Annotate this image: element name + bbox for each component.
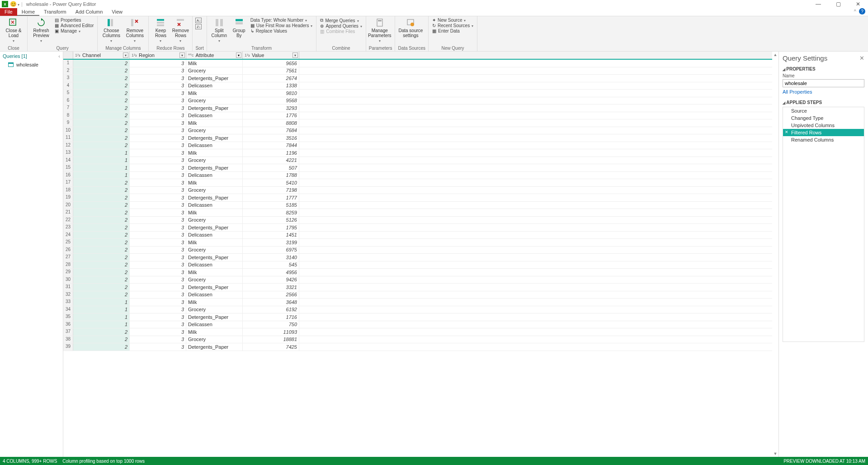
- cell-region[interactable]: 3: [130, 82, 186, 90]
- cell-value[interactable]: 7425: [243, 343, 299, 351]
- cell-value[interactable]: 1196: [243, 149, 299, 157]
- cell-region[interactable]: 3: [130, 127, 186, 134]
- cell-region[interactable]: 3: [130, 134, 186, 142]
- cell-value[interactable]: 6192: [243, 306, 299, 313]
- split-column-button[interactable]: Split Column: [210, 18, 229, 43]
- first-row-headers-button[interactable]: ▦Use First Row as Headers: [250, 23, 314, 28]
- cell-value[interactable]: 545: [243, 261, 299, 269]
- table-row[interactable]: 1023Grocery7684: [63, 127, 772, 135]
- merge-queries-button[interactable]: ⧉Merge Queries: [319, 18, 363, 23]
- cell-channel[interactable]: 2: [73, 276, 130, 284]
- cell-channel[interactable]: 2: [73, 343, 130, 351]
- cell-channel[interactable]: 2: [73, 232, 130, 239]
- cell-value[interactable]: 4221: [243, 157, 299, 164]
- cell-value[interactable]: 750: [243, 321, 299, 328]
- table-row[interactable]: 3613Delicassen750: [63, 321, 772, 329]
- cell-attribute[interactable]: Grocery: [186, 247, 243, 254]
- group-by-button[interactable]: Group By: [231, 18, 248, 38]
- cell-region[interactable]: 3: [130, 343, 186, 351]
- cell-channel[interactable]: 2: [73, 194, 130, 201]
- cell-attribute[interactable]: Milk: [186, 328, 243, 336]
- table-row[interactable]: 1723Milk5410: [63, 179, 772, 187]
- cell-attribute[interactable]: Grocery: [186, 127, 243, 134]
- cell-value[interactable]: 9568: [243, 97, 299, 104]
- remove-rows-button[interactable]: Remove Rows: [171, 18, 189, 43]
- cell-attribute[interactable]: Delicassen: [186, 232, 243, 239]
- cell-attribute[interactable]: Detergents_Paper: [186, 224, 243, 231]
- cell-region[interactable]: 3: [130, 209, 186, 216]
- maximize-button[interactable]: ▢: [830, 0, 846, 8]
- cell-value[interactable]: 1338: [243, 82, 299, 90]
- cell-attribute[interactable]: Milk: [186, 119, 243, 127]
- cell-region[interactable]: 3: [130, 291, 186, 299]
- collapse-queries-icon[interactable]: ‹: [58, 53, 60, 59]
- cell-value[interactable]: 2674: [243, 75, 299, 82]
- cell-value[interactable]: 9426: [243, 276, 299, 284]
- cell-attribute[interactable]: Milk: [186, 239, 243, 246]
- table-row[interactable]: 2423Delicassen1451: [63, 232, 772, 239]
- cell-channel[interactable]: 2: [73, 75, 130, 82]
- query-item-wholesale[interactable]: wholesale: [0, 61, 63, 69]
- cell-channel[interactable]: 1: [73, 149, 130, 157]
- tab-view[interactable]: View: [107, 8, 127, 16]
- cell-channel[interactable]: 2: [73, 269, 130, 276]
- enter-data-button[interactable]: ▦Enter Data: [431, 28, 474, 33]
- cell-value[interactable]: 3140: [243, 254, 299, 261]
- table-row[interactable]: 323Detergents_Paper2674: [63, 75, 772, 82]
- table-row[interactable]: 2323Detergents_Paper1795: [63, 224, 772, 232]
- table-row[interactable]: 1413Grocery4221: [63, 157, 772, 165]
- cell-attribute[interactable]: Detergents_Paper: [186, 313, 243, 321]
- cell-region[interactable]: 3: [130, 172, 186, 179]
- filter-dropdown-icon[interactable]: ▾: [179, 52, 185, 58]
- table-row[interactable]: 1123Detergents_Paper3516: [63, 134, 772, 142]
- cell-channel[interactable]: 2: [73, 328, 130, 336]
- cell-channel[interactable]: 2: [73, 119, 130, 127]
- tab-file[interactable]: File: [0, 8, 17, 16]
- cell-value[interactable]: 6975: [243, 247, 299, 254]
- data-type-button[interactable]: Data Type: Whole Number: [250, 18, 314, 23]
- cell-region[interactable]: 3: [130, 261, 186, 269]
- cell-attribute[interactable]: Grocery: [186, 276, 243, 284]
- table-row[interactable]: 3313Milk3648: [63, 299, 772, 306]
- cell-region[interactable]: 3: [130, 164, 186, 171]
- tab-add-column[interactable]: Add Column: [71, 8, 108, 16]
- close-settings-button[interactable]: ✕: [859, 55, 864, 62]
- cell-region[interactable]: 3: [130, 157, 186, 164]
- table-row[interactable]: 3413Grocery6192: [63, 306, 772, 314]
- cell-channel[interactable]: 2: [73, 82, 130, 90]
- cell-region[interactable]: 3: [130, 276, 186, 284]
- cell-region[interactable]: 3: [130, 112, 186, 119]
- cell-attribute[interactable]: Delicassen: [186, 261, 243, 269]
- cell-value[interactable]: 11093: [243, 328, 299, 336]
- remove-columns-button[interactable]: Remove Columns: [124, 18, 146, 43]
- tab-home[interactable]: Home: [17, 8, 39, 16]
- close-load-button[interactable]: Close & Load: [3, 18, 24, 43]
- cell-region[interactable]: 3: [130, 104, 186, 112]
- cell-region[interactable]: 3: [130, 299, 186, 306]
- cell-value[interactable]: 3516: [243, 134, 299, 142]
- cell-value[interactable]: 3321: [243, 284, 299, 291]
- cell-value[interactable]: 1777: [243, 194, 299, 201]
- new-source-button[interactable]: ✦New Source: [431, 18, 474, 23]
- cell-attribute[interactable]: Detergents_Paper: [186, 164, 243, 171]
- query-name-input[interactable]: [783, 79, 864, 87]
- table-row[interactable]: 3023Grocery9426: [63, 276, 772, 284]
- scroll-up-icon[interactable]: ▲: [772, 52, 778, 58]
- cell-channel[interactable]: 1: [73, 321, 130, 328]
- cell-value[interactable]: 18881: [243, 336, 299, 343]
- table-row[interactable]: 3723Milk11093: [63, 328, 772, 336]
- cell-attribute[interactable]: Grocery: [186, 336, 243, 343]
- cell-value[interactable]: 507: [243, 164, 299, 171]
- cell-value[interactable]: 3293: [243, 104, 299, 112]
- cell-value[interactable]: 8259: [243, 209, 299, 216]
- cell-value[interactable]: 9810: [243, 90, 299, 97]
- cell-attribute[interactable]: Milk: [186, 209, 243, 216]
- data-source-settings-button[interactable]: Data source settings: [398, 18, 423, 38]
- cell-region[interactable]: 3: [130, 321, 186, 328]
- cell-channel[interactable]: 2: [73, 187, 130, 194]
- cell-channel[interactable]: 2: [73, 127, 130, 134]
- table-row[interactable]: 3223Delicassen2566: [63, 291, 772, 299]
- cell-value[interactable]: 5410: [243, 179, 299, 186]
- append-queries-button[interactable]: ⊕Append Queries: [319, 24, 363, 28]
- cell-attribute[interactable]: Milk: [186, 149, 243, 157]
